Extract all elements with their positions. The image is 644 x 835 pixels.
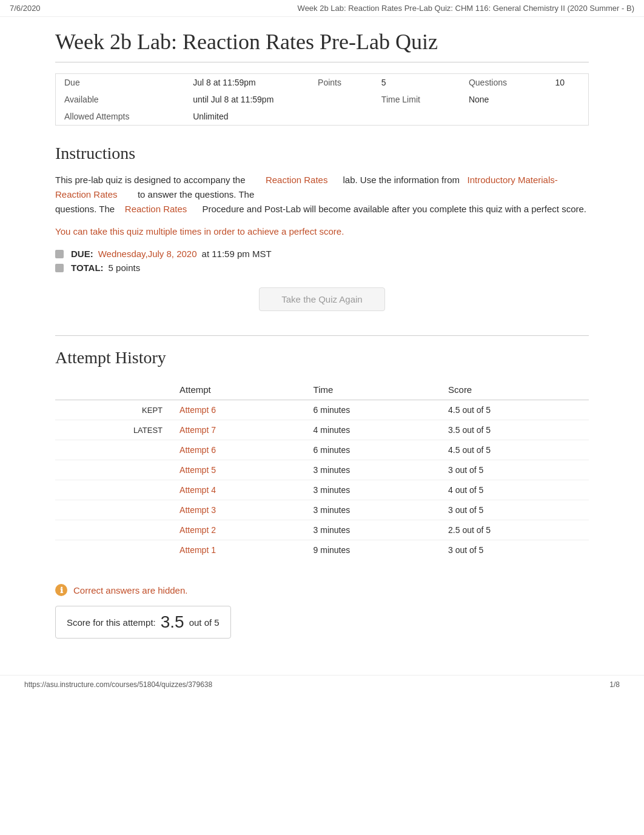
total-label-text: TOTAL: <box>71 263 104 273</box>
para1-before: This pre-lab quiz is designed to accompa… <box>55 175 246 185</box>
footer-url: https://asu.instructure.com/courses/5180… <box>24 680 212 689</box>
attempt-link[interactable]: Attempt 4 <box>179 485 216 495</box>
row-attempt[interactable]: Attempt 2 <box>171 520 305 540</box>
para1-spacer4 <box>120 189 135 200</box>
points-value: 5 <box>373 74 460 92</box>
table-row: Attempt 3 3 minutes 3 out of 5 <box>55 500 589 520</box>
time-limit-label: Time Limit <box>373 91 460 108</box>
para1-spacer <box>248 175 263 185</box>
allowed-attempts-label: Allowed Attempts <box>56 108 185 126</box>
row-label <box>55 520 171 540</box>
row-time: 3 minutes <box>305 520 440 540</box>
due-value: Jul 8 at 11:59pm <box>184 74 309 92</box>
row-label: KEPT <box>55 400 171 420</box>
attempt-link[interactable]: Attempt 5 <box>179 465 216 475</box>
attempt-link[interactable]: Attempt 1 <box>179 545 216 555</box>
total-bullet <box>55 264 64 272</box>
attempt-link[interactable]: Attempt 7 <box>179 425 216 435</box>
reaction-rates-link1[interactable]: Reaction Rates <box>266 175 328 185</box>
footer-page: 1/8 <box>609 680 620 689</box>
para1-after: lab. Use the information from <box>343 175 460 185</box>
row-time: 6 minutes <box>305 440 440 460</box>
table-row: Attempt 4 3 minutes 4 out of 5 <box>55 480 589 500</box>
score-number: 3.5 <box>161 612 184 632</box>
due-total-section: DUE: Wednesday,July 8, 2020 at 11:59 pm … <box>55 249 589 273</box>
footer: https://asu.instructure.com/courses/5180… <box>0 675 644 694</box>
row-attempt[interactable]: Attempt 4 <box>171 480 305 500</box>
reaction-rates-link2[interactable]: Reaction Rates <box>125 204 187 214</box>
row-score: 3 out of 5 <box>440 460 589 480</box>
attempt-history-title: Attempt History <box>55 335 589 367</box>
row-attempt[interactable]: Attempt 6 <box>171 440 305 460</box>
attempt-link[interactable]: Attempt 3 <box>179 505 216 515</box>
row-score: 4.5 out of 5 <box>440 440 589 460</box>
col-label-header <box>55 380 171 400</box>
score-label: Score for this attempt: <box>67 617 156 628</box>
row-score: 4 out of 5 <box>440 480 589 500</box>
row-score: 3 out of 5 <box>440 500 589 520</box>
row-time: 4 minutes <box>305 420 440 440</box>
attempt-link[interactable]: Attempt 6 <box>179 405 216 415</box>
total-line: TOTAL: 5 points <box>55 263 589 273</box>
multiple-times-text: You can take this quiz multiple times in… <box>55 226 589 236</box>
row-score: 3.5 out of 5 <box>440 420 589 440</box>
correct-answers-text: Correct answers are hidden. <box>73 585 187 595</box>
table-row: Attempt 5 3 minutes 3 out of 5 <box>55 460 589 480</box>
row-label <box>55 480 171 500</box>
attempt-history-table: Attempt Time Score KEPT Attempt 6 6 minu… <box>55 380 589 560</box>
available-value: until Jul 8 at 11:59pm <box>184 91 373 108</box>
time-limit-value: None <box>460 91 589 108</box>
points-label: Points <box>309 74 373 92</box>
col-time-header: Time <box>305 380 440 400</box>
row-attempt[interactable]: Attempt 1 <box>171 540 305 560</box>
para1-after3: Procedure and Post-Lab will become avail… <box>202 204 586 214</box>
row-time: 3 minutes <box>305 460 440 480</box>
row-attempt[interactable]: Attempt 6 <box>171 400 305 420</box>
due-label: Due <box>56 74 185 92</box>
due-date-text: Wednesday,July 8, 2020 <box>98 249 197 259</box>
row-score: 3 out of 5 <box>440 540 589 560</box>
info-icon: ℹ <box>55 584 67 596</box>
para1-spacer5 <box>257 189 259 200</box>
table-row: Attempt 2 3 minutes 2.5 out of 5 <box>55 520 589 540</box>
row-time: 6 minutes <box>305 400 440 420</box>
meta-table: Due Jul 8 at 11:59pm Points 5 Questions … <box>55 73 589 126</box>
due-line: DUE: Wednesday,July 8, 2020 at 11:59 pm … <box>55 249 589 259</box>
take-quiz-button[interactable]: Take the Quiz Again <box>259 287 384 311</box>
row-score: 2.5 out of 5 <box>440 520 589 540</box>
top-bar: 7/6/2020 Week 2b Lab: Reaction Rates Pre… <box>0 0 644 17</box>
allowed-attempts-value: Unlimited <box>184 108 588 126</box>
table-row: Attempt 1 9 minutes 3 out of 5 <box>55 540 589 560</box>
questions-value: 10 <box>546 74 588 92</box>
para1-spacer6 <box>190 204 200 214</box>
attempt-link[interactable]: Attempt 2 <box>179 525 216 535</box>
para1-spacer3 <box>462 175 465 185</box>
available-label: Available <box>56 91 185 108</box>
due-time-text: at 11:59 pm MST <box>202 249 272 259</box>
top-bar-title: Week 2b Lab: Reaction Rates Pre-Lab Quiz… <box>298 4 634 13</box>
col-attempt-header: Attempt <box>171 380 305 400</box>
row-label <box>55 500 171 520</box>
para1-questions-before: questions. The <box>55 204 122 214</box>
col-score-header: Score <box>440 380 589 400</box>
row-attempt[interactable]: Attempt 7 <box>171 420 305 440</box>
row-label <box>55 460 171 480</box>
table-row: LATEST Attempt 7 4 minutes 3.5 out of 5 <box>55 420 589 440</box>
score-section: Score for this attempt: 3.5 out of 5 <box>55 606 231 639</box>
take-quiz-btn-wrap: Take the Quiz Again <box>55 287 589 311</box>
row-time: 3 minutes <box>305 500 440 520</box>
questions-label: Questions <box>460 74 547 92</box>
due-bullet <box>55 250 64 258</box>
row-attempt[interactable]: Attempt 3 <box>171 500 305 520</box>
table-row: Attempt 6 6 minutes 4.5 out of 5 <box>55 440 589 460</box>
table-row: KEPT Attempt 6 6 minutes 4.5 out of 5 <box>55 400 589 420</box>
row-attempt[interactable]: Attempt 5 <box>171 460 305 480</box>
top-bar-date: 7/6/2020 <box>10 4 41 13</box>
row-label: LATEST <box>55 420 171 440</box>
row-score: 4.5 out of 5 <box>440 400 589 420</box>
due-label-text: DUE: <box>71 249 93 259</box>
attempt-link[interactable]: Attempt 6 <box>179 445 216 455</box>
correct-answers-section: ℹ Correct answers are hidden. <box>55 584 589 596</box>
row-time: 3 minutes <box>305 480 440 500</box>
instructions-title: Instructions <box>55 144 589 163</box>
